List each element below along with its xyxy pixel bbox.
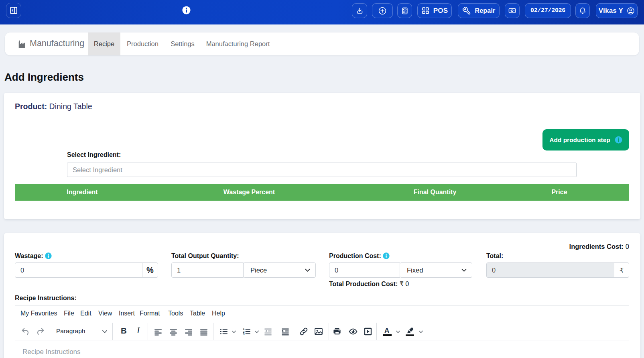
svg-text:3: 3: [243, 332, 244, 336]
